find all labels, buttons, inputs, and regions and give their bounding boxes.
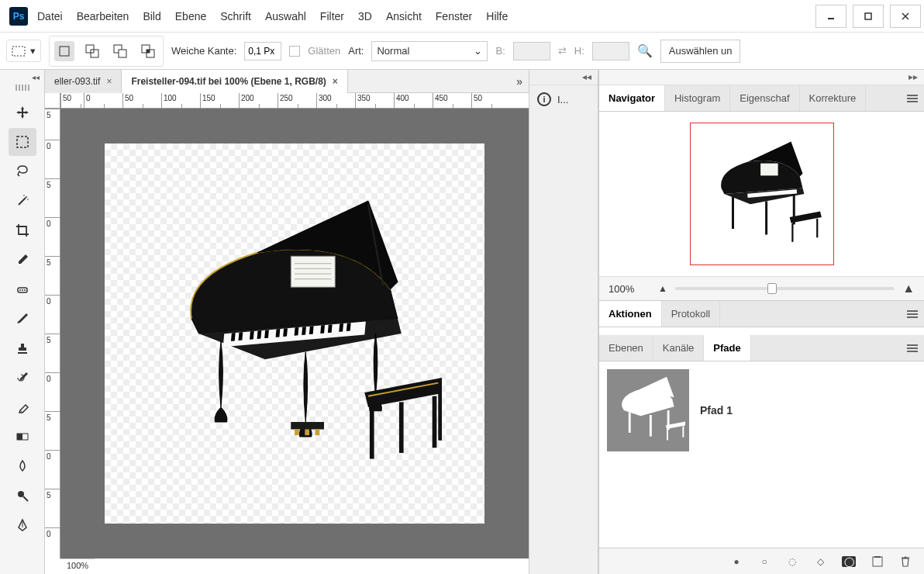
svg-rect-35 [239,332,243,341]
document-tabs: eller-093.tif × Freisteller-094.tif bei … [45,70,529,93]
tab-history[interactable]: Protokoll [662,301,721,327]
zoom-level[interactable]: 100% [67,561,88,570]
healing-brush-tool[interactable] [9,275,36,303]
search-icon[interactable]: 🔍 [637,43,653,58]
navigator-thumbnail[interactable] [690,123,834,265]
menu-edit[interactable]: Bearbeiten [77,10,129,22]
panel-menu-button[interactable] [901,301,924,327]
tool-preset-picker[interactable]: ▾ [6,40,41,62]
path-row[interactable]: Pfad 1 [607,369,916,451]
document-tab-2[interactable]: Freisteller-094.tif bei 100% (Ebene 1, R… [122,70,347,93]
zoom-out-icon[interactable]: ▲ [658,283,667,294]
menu-view[interactable]: Ansicht [386,10,422,22]
tab-properties[interactable]: Eigenschaf [730,85,799,111]
tabs-overflow-button[interactable]: » [516,75,522,88]
close-icon[interactable]: × [106,76,112,87]
menu-file[interactable]: Datei [37,10,63,22]
feather-input[interactable] [244,42,281,61]
zoom-slider[interactable] [675,287,895,290]
menu-filter[interactable]: Filter [320,10,344,22]
ruler-horizontal[interactable]: 50 0 50 100 150 200 250 300 350 400 450 … [60,93,529,109]
select-mask-button[interactable]: Auswählen un [660,40,741,63]
menu-image[interactable]: Bild [143,10,160,22]
minimize-button[interactable] [815,5,846,28]
menu-window[interactable]: Fenster [436,10,472,22]
svg-rect-40 [283,328,288,337]
eraser-tool[interactable] [9,393,36,421]
swap-icon[interactable]: ⇄ [558,45,567,57]
close-button[interactable] [890,5,921,28]
svg-rect-69 [874,556,881,558]
new-selection-button[interactable] [54,41,74,61]
maximize-button[interactable] [853,5,884,28]
canvas-viewport[interactable] [60,109,529,558]
tab-paths[interactable]: Pfade [704,335,750,361]
tools-collapse-icon[interactable]: ◂◂ [32,73,40,81]
ruler-origin[interactable] [45,93,60,109]
menu-select[interactable]: Auswahl [265,10,306,22]
info-panel-button[interactable]: i I... [529,85,598,113]
ruler-tick: 400 [396,94,409,102]
menu-layer[interactable]: Ebene [175,10,206,22]
canvas-image-piano [147,186,442,481]
style-select[interactable]: Normal ⌄ [371,41,488,61]
tab-channels[interactable]: Kanäle [653,335,704,361]
fill-path-button[interactable]: ● [730,555,743,568]
svg-rect-68 [873,557,882,566]
zoom-in-icon[interactable]: ▲ [902,282,915,296]
subtract-selection-button[interactable] [110,41,130,61]
selection-to-path-button[interactable]: ◇ [814,555,826,568]
document-tab-1[interactable]: eller-093.tif × [45,70,122,93]
eyedropper-tool[interactable] [9,246,36,274]
intersect-selection-button[interactable] [138,41,158,61]
stroke-path-button[interactable]: ○ [758,555,771,568]
svg-rect-44 [320,325,325,334]
path-name[interactable]: Pfad 1 [700,404,733,417]
crop-tool[interactable] [9,216,36,244]
canvas[interactable] [105,144,484,524]
delete-path-button[interactable] [899,555,912,568]
add-selection-button[interactable] [82,41,102,61]
dodge-tool[interactable] [9,482,36,510]
status-bar: 100% [60,558,95,574]
ruler-tick: 50 [125,94,133,102]
antialias-checkbox[interactable] [289,46,300,57]
navigator-zoom-value[interactable]: 100% [609,283,650,295]
slider-knob[interactable] [767,283,777,294]
close-icon[interactable]: × [333,76,338,87]
panel-menu-button[interactable] [901,85,924,111]
collapsed-panel-collapse[interactable]: ◂◂ [529,70,598,85]
path-to-selection-button[interactable]: ◌ [786,555,798,568]
menu-3d[interactable]: 3D [358,10,372,22]
ruler-tick: 200 [241,94,254,102]
pen-tool[interactable] [9,511,36,539]
panels-collapse[interactable]: ▸▸ [599,70,924,85]
magic-wand-tool[interactable] [9,187,36,215]
tab-actions[interactable]: Aktionen [599,301,662,327]
tab-navigator[interactable]: Navigator [599,85,665,111]
tab-layers[interactable]: Ebenen [599,335,653,361]
info-label: I... [557,94,568,105]
svg-rect-9 [119,50,126,57]
marquee-tool[interactable] [9,128,36,156]
new-path-button[interactable] [871,555,884,568]
width-label: B: [495,45,505,57]
add-mask-button[interactable]: ◯ [842,556,856,567]
gradient-tool[interactable] [9,423,36,451]
stamp-tool[interactable] [9,334,36,362]
lasso-tool[interactable] [9,157,36,185]
ruler-tick: 50 [474,94,482,102]
menu-type[interactable]: Schrift [220,10,251,22]
tab-histogram[interactable]: Histogram [665,85,730,111]
tab-adjustments[interactable]: Korrekture [800,85,867,111]
svg-rect-37 [257,330,262,339]
panel-grip[interactable] [7,85,38,92]
svg-rect-13 [17,137,28,147]
move-tool[interactable] [9,99,36,126]
blur-tool[interactable] [9,452,36,480]
brush-tool[interactable] [9,305,36,333]
history-brush-tool[interactable] [9,364,36,392]
menu-help[interactable]: Hilfe [486,10,508,22]
panel-menu-button[interactable] [901,335,924,361]
ruler-vertical[interactable]: 5 0 5 0 5 0 5 0 5 0 5 0 [45,109,60,558]
